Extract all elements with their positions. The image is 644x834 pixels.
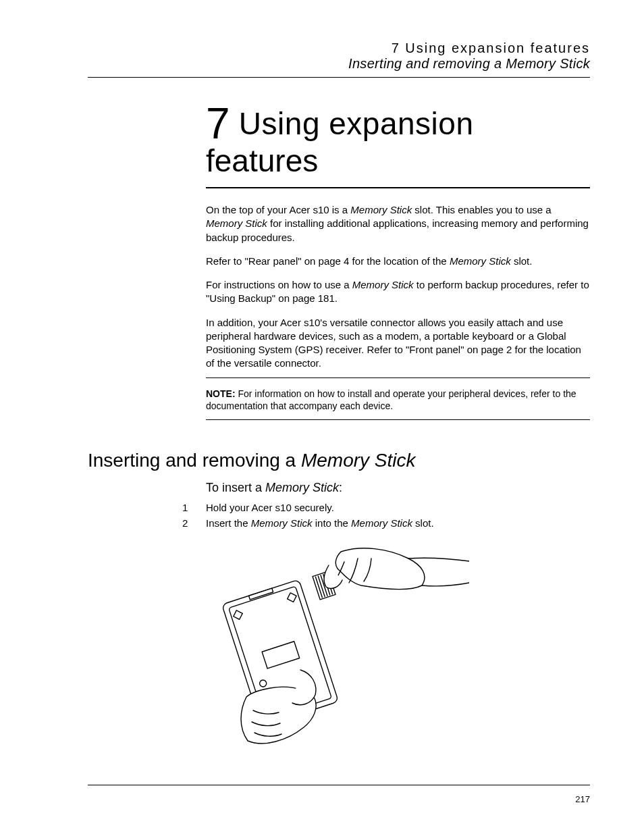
list-item: 1 Hold your Acer s10 securely. <box>182 502 590 513</box>
text-run: : <box>339 481 342 494</box>
italic-term: Memory Stick <box>251 517 313 529</box>
step-text: Hold your Acer s10 securely. <box>206 502 334 513</box>
text-run: Insert the <box>206 517 251 529</box>
intro-paragraph-3: For instructions on how to use a Memory … <box>206 278 590 306</box>
chapter-title-line2: features <box>206 142 590 179</box>
chapter-title: 7 Using expansion features <box>206 102 590 179</box>
text-run: slot. This enables you to use a <box>412 204 552 215</box>
italic-term: Memory Stick <box>206 217 267 229</box>
step-number: 1 <box>182 502 206 513</box>
step-text: Insert the Memory Stick into the Memory … <box>206 517 434 529</box>
note-block: NOTE: For information on how to install … <box>206 388 590 413</box>
header-chapter: 7 Using expansion features <box>88 41 590 56</box>
steps-list: 1 Hold your Acer s10 securely. 2 Insert … <box>182 502 590 529</box>
running-header: 7 Using expansion features Inserting and… <box>88 41 590 82</box>
chapter-title-rule <box>206 187 590 188</box>
page-number: 217 <box>575 794 590 804</box>
note-bottom-rule <box>206 419 590 420</box>
text-run: On the top of your Acer s10 is a <box>206 204 350 215</box>
procedure-heading: To insert a Memory Stick: <box>206 481 590 495</box>
text-run: For instructions on how to use a <box>206 279 352 290</box>
italic-term: Memory Stick <box>350 204 412 215</box>
device-hand-illustration-icon <box>206 538 469 748</box>
section-heading: Inserting and removing a Memory Stick <box>88 450 590 471</box>
intro-paragraph-1: On the top of your Acer s10 is a Memory … <box>206 203 590 244</box>
header-section: Inserting and removing a Memory Stick <box>88 56 590 72</box>
header-rule <box>88 77 590 78</box>
chapter-title-line1: Using expansion <box>230 106 474 141</box>
chapter-number: 7 <box>206 99 230 148</box>
step-number: 2 <box>182 517 206 529</box>
text-run: into the <box>313 517 352 529</box>
page: 7 Using expansion features Inserting and… <box>0 0 644 834</box>
italic-term: Memory Stick <box>352 279 414 290</box>
note-top-rule <box>206 377 590 378</box>
note-label: NOTE: <box>206 388 236 399</box>
text-run: slot. <box>511 255 533 267</box>
intro-paragraph-4: In addition, your Acer s10's versatile c… <box>206 316 590 371</box>
note-body: For information on how to install and op… <box>206 388 576 412</box>
italic-term: Memory Stick <box>301 450 416 471</box>
list-item: 2 Insert the Memory Stick into the Memor… <box>182 517 590 529</box>
insert-memory-stick-illustration <box>206 538 590 750</box>
italic-term: Memory Stick <box>351 517 412 529</box>
intro-paragraph-2: Refer to "Rear panel" on page 4 for the … <box>206 255 590 268</box>
text-run: Refer to "Rear panel" on page 4 for the … <box>206 255 450 267</box>
footer-rule <box>88 785 590 785</box>
text-run: Inserting and removing a <box>88 450 301 471</box>
text-run: To insert a <box>206 481 265 494</box>
italic-term: Memory Stick <box>450 255 511 267</box>
italic-term: Memory Stick <box>265 481 339 494</box>
text-run: slot. <box>412 517 434 529</box>
